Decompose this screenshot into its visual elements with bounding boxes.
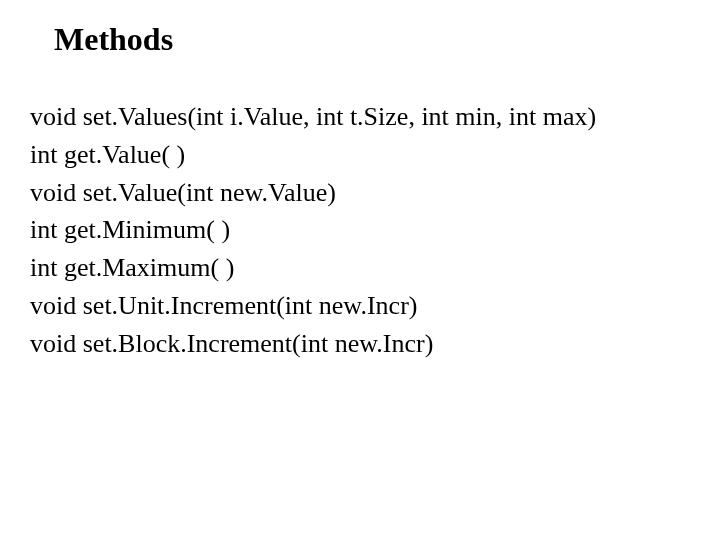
method-line: int get.Maximum( ) xyxy=(30,249,690,287)
method-line: int get.Value( ) xyxy=(30,136,690,174)
method-line: void set.Value(int new.Value) xyxy=(30,174,690,212)
method-line: int get.Minimum( ) xyxy=(30,211,690,249)
methods-list: void set.Values(int i.Value, int t.Size,… xyxy=(30,98,690,362)
method-line: void set.Values(int i.Value, int t.Size,… xyxy=(30,98,690,136)
slide-title: Methods xyxy=(54,20,690,58)
slide: Methods void set.Values(int i.Value, int… xyxy=(0,0,720,540)
method-line: void set.Block.Increment(int new.Incr) xyxy=(30,325,690,363)
method-line: void set.Unit.Increment(int new.Incr) xyxy=(30,287,690,325)
